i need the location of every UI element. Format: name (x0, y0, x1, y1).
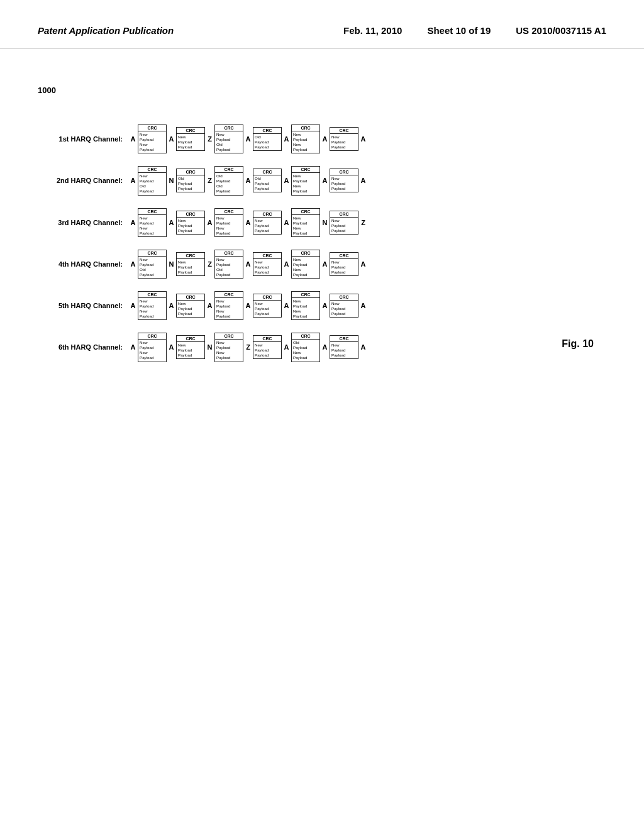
slot-letter: Z (206, 135, 214, 143)
packet-box: CRCNewPayloadNewPayload (291, 208, 320, 237)
packet-box: CRCOldPayloadOldPayload (214, 166, 243, 195)
slot-letter: A (167, 302, 175, 309)
packet-box: CRCNewPayloadNewPayload (138, 208, 167, 237)
slot-letter: Z (359, 219, 367, 226)
harq-label-6: 6th HARQ Channel: (57, 343, 129, 351)
patent-number: US 2010/0037115 A1 (516, 25, 606, 36)
harq-row-4: 4th HARQ Channel:ACRCNewPayloadOldPayloa… (57, 250, 606, 279)
packet-box: CRCOldPayloadPayload (176, 169, 205, 192)
packet-box: CRCNewPayloadPayload (330, 294, 358, 318)
packet-box: CRCNewPayloadNewPayload (138, 291, 167, 320)
slot-letter: A (167, 135, 175, 143)
harq-row-6: 6th HARQ Channel:ACRCNewPayloadNewPayloa… (57, 333, 606, 362)
packet-box: CRCNewPayloadPayload (253, 335, 282, 359)
harq-row-1: 1st HARQ Channel:ACRCNewPayloadNewPayloa… (57, 124, 606, 153)
harq-label-4: 4th HARQ Channel: (57, 260, 129, 268)
slot-letter: A (244, 219, 252, 226)
slot-letter: A (129, 177, 137, 184)
packet-box: CRCNewPayloadNewPayload (214, 333, 243, 362)
packet-box: CRCNewPayloadNewPayload (138, 124, 167, 153)
slot-letter: A (129, 302, 137, 309)
packet-box: CRCNewPayloadPayload (253, 211, 282, 235)
slot-letter: A (321, 343, 329, 351)
packet-box: CRCNewPayloadPayload (176, 294, 205, 318)
harq-label-2: 2nd HARQ Channel: (57, 177, 129, 184)
slot-letter: A (359, 260, 367, 268)
harq-label-5: 5th HARQ Channel: (57, 302, 129, 309)
slot-letter: A (282, 343, 291, 351)
harq-label-1: 1st HARQ Channel: (57, 135, 129, 143)
slot-letter: N (167, 177, 175, 184)
slot-letter: N (167, 260, 175, 268)
packet-box: CRCOldPayloadPayload (253, 127, 282, 151)
packet-box: CRCNewPayloadNewPayload (138, 333, 167, 362)
packet-box: CRCNewPayloadPayload (176, 211, 205, 235)
harq-label-3: 3rd HARQ Channel: (57, 219, 129, 226)
slot-letter: A (282, 219, 291, 226)
slot-letter: A (244, 302, 252, 309)
packet-box: CRCNewPayloadNewPayload (214, 291, 243, 320)
slot-letter: A (244, 177, 252, 184)
packet-box: CRCNewPayloadPayload (176, 335, 205, 359)
slot-letter: A (129, 260, 137, 268)
slot-letter: A (282, 177, 291, 184)
slot-letter: A (359, 302, 367, 309)
slot-letter: Z (206, 260, 214, 268)
harq-row-3: 3rd HARQ Channel:ACRCNewPayloadNewPayloa… (57, 208, 606, 237)
packet-box: CRCNewPayloadPayload (253, 252, 282, 276)
packet-box: CRCNewPayloadPayload (176, 127, 205, 151)
header-info: Feb. 11, 2010 Sheet 10 of 19 US 2010/003… (343, 25, 606, 36)
packet-box: CRCOldPayloadNewPayload (291, 333, 320, 362)
slot-letter: A (129, 219, 137, 226)
slot-letter: A (167, 343, 175, 351)
slot-letter: A (206, 302, 214, 309)
packet-box: CRCNewPayloadNewPayload (291, 124, 320, 153)
slot-letter: A (244, 260, 252, 268)
packet-box: CRCNewPayloadOldPayload (214, 124, 243, 153)
slot-letter: A (282, 302, 291, 309)
packet-box: CRCNewPayloadOldPayload (214, 250, 243, 279)
page-header: Patent Application Publication Feb. 11, … (0, 0, 644, 49)
main-content: 1000 1st HARQ Channel:ACRCNewPayloadNewP… (0, 49, 644, 400)
slot-letter: A (321, 260, 329, 268)
slot-letter: A (321, 302, 329, 309)
slot-letter: A (282, 135, 291, 143)
slot-letter: N (206, 343, 214, 351)
packet-box: CRCNewPayloadPayload (330, 169, 358, 192)
slot-letter: A (244, 135, 252, 143)
diagram-number: 1000 (38, 86, 56, 95)
packet-box: CRCNewPayloadNewPayload (291, 250, 320, 279)
packet-box: CRCOldPayloadPayload (253, 169, 282, 192)
slot-letter: Z (206, 177, 214, 184)
slot-letter: A (129, 135, 137, 143)
packet-box: CRCNewPayloadPayload (330, 252, 358, 276)
packet-box: CRCNewPayloadNewPayload (291, 291, 320, 320)
harq-row-5: 5th HARQ Channel:ACRCNewPayloadNewPayloa… (57, 291, 606, 320)
slot-letter: A (206, 219, 214, 226)
harq-row-2: 2nd HARQ Channel:ACRCNewPayloadOldPayloa… (57, 166, 606, 195)
packet-box: CRCNewPayloadOldPayload (138, 166, 167, 195)
slot-letter: A (167, 219, 175, 226)
slot-letter: A (359, 177, 367, 184)
harq-diagram: 1st HARQ Channel:ACRCNewPayloadNewPayloa… (57, 124, 606, 362)
slot-letter: Z (244, 343, 252, 351)
publication-date: Feb. 11, 2010 (343, 25, 402, 36)
packet-box: CRCNewPayloadNewPayload (214, 208, 243, 237)
packet-box: CRCNewPayloadPayload (330, 211, 358, 235)
slot-letter: A (359, 135, 367, 143)
packet-box: CRCNewPayloadNewPayload (291, 166, 320, 195)
slot-letter: N (321, 219, 329, 226)
sheet-info: Sheet 10 of 19 (427, 25, 491, 36)
slot-letter: A (129, 343, 137, 351)
packet-box: CRCNewPayloadPayload (330, 127, 358, 151)
packet-box: CRCNewPayloadOldPayload (138, 250, 167, 279)
slot-letter: A (321, 177, 329, 184)
publication-title: Patent Application Publication (38, 25, 174, 36)
slot-letter: A (359, 343, 367, 351)
figure-label: Fig. 10 (562, 338, 594, 350)
packet-box: CRCNewPayloadPayload (176, 252, 205, 276)
packet-box: CRCNewPayloadPayload (253, 294, 282, 318)
slot-letter: A (321, 135, 329, 143)
slot-letter: A (282, 260, 291, 268)
packet-box: CRCNewPayloadPayload (330, 335, 358, 359)
